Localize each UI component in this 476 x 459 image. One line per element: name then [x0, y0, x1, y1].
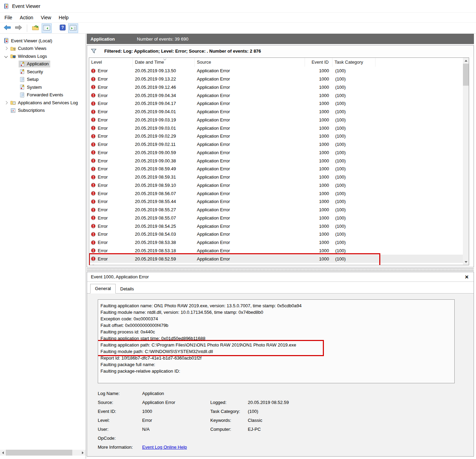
error-level-icon	[91, 68, 96, 73]
event-source: Application Error	[195, 140, 305, 149]
log-plain-icon	[19, 92, 25, 98]
field-label: Event ID:	[98, 409, 142, 414]
title-bar: Event Viewer	[0, 0, 476, 12]
close-icon[interactable]: ✕	[465, 274, 469, 280]
event-id: 1000	[305, 157, 332, 165]
tree-item-windows-logs[interactable]: Windows Logs	[0, 52, 86, 60]
up-one-level-button[interactable]	[30, 23, 41, 33]
event-text-line: Faulting application path: C:\Program Fi…	[101, 342, 452, 348]
events-count: Number of events: 39 690	[137, 36, 189, 42]
event-description-box[interactable]: Faulting application name: ON1 Photo RAW…	[98, 299, 455, 383]
scroll-down-button[interactable]	[463, 259, 469, 265]
event-datetime: 20.05.2019 08.53.18	[133, 247, 195, 255]
event-source: Application Error	[195, 189, 305, 198]
level-text: Error	[98, 199, 108, 204]
error-level-icon	[91, 183, 96, 188]
tab-general[interactable]: General	[90, 284, 116, 293]
show-hide-action-pane-button[interactable]	[68, 23, 78, 33]
event-row[interactable]: Error20.05.2019 08.56.07Application Erro…	[89, 189, 469, 198]
event-row[interactable]: Error20.05.2019 09.02.11Application Erro…	[89, 140, 469, 149]
chevron-right-icon[interactable]	[2, 102, 10, 104]
event-task-category: (100)	[332, 173, 375, 181]
event-text-line: Faulting package-relative application ID…	[101, 368, 452, 374]
tree-item-label: Subscriptions	[18, 108, 45, 113]
event-row[interactable]: Error20.05.2019 08.53.18Application Erro…	[89, 247, 469, 255]
event-row[interactable]: Error20.05.2019 09.03.01Application Erro…	[89, 124, 469, 132]
back-button[interactable]	[2, 23, 12, 33]
error-level-icon	[91, 101, 96, 106]
event-log-online-help-link[interactable]: Event Log Online Help	[142, 445, 187, 450]
tree-item-custom-views[interactable]: Custom Views	[0, 45, 86, 53]
tree-item-setup[interactable]: Setup	[0, 76, 86, 84]
event-row[interactable]: Error20.05.2019 08.54.25Application Erro…	[89, 222, 469, 230]
column-header-level[interactable]: Level	[89, 58, 133, 67]
menu-action[interactable]: Action	[16, 13, 37, 22]
event-row[interactable]: Error20.05.2019 09.04.01Application Erro…	[89, 108, 469, 116]
chevron-down-icon[interactable]	[2, 55, 10, 57]
event-row[interactable]: Error20.05.2019 09.13.50Application Erro…	[89, 67, 469, 75]
event-row[interactable]	[89, 263, 469, 265]
menu-help[interactable]: Help	[55, 13, 73, 22]
tree-item-security[interactable]: Security	[0, 68, 86, 76]
scroll-left-button[interactable]	[0, 450, 6, 456]
filter-bar: Filtered: Log: Application; Level: Error…	[87, 45, 474, 57]
event-task-category: (100)	[332, 255, 375, 263]
menu-file[interactable]: File	[1, 13, 16, 22]
event-row[interactable]: Error20.05.2019 09.00.38Application Erro…	[89, 157, 469, 165]
event-row[interactable]: Error20.05.2019 09.00.59Application Erro…	[89, 149, 469, 157]
event-row[interactable]: Error20.05.2019 09.04.34Application Erro…	[89, 91, 469, 99]
event-row[interactable]: Error20.05.2019 08.54.03Application Erro…	[89, 230, 469, 238]
filter-funnel-icon	[91, 49, 97, 54]
scrollbar-thumb[interactable]	[6, 450, 72, 456]
column-header-event-id[interactable]: Event ID	[305, 58, 332, 67]
event-row[interactable]: Error20.05.2019 08.52.59Application Erro…	[89, 255, 469, 263]
chevron-right-icon[interactable]	[2, 47, 10, 50]
scrollbar-thumb[interactable]	[463, 64, 469, 86]
event-row[interactable]: Error20.05.2019 09.13.22Application Erro…	[89, 75, 469, 83]
error-level-icon	[91, 117, 96, 122]
event-row[interactable]: Error20.05.2019 08.55.07Application Erro…	[89, 214, 469, 222]
column-header-task-category[interactable]: Task Category	[332, 58, 375, 67]
event-row[interactable]: Error20.05.2019 09.04.17Application Erro…	[89, 99, 469, 108]
error-level-icon	[91, 240, 96, 245]
tree-item-subscriptions[interactable]: Subscriptions	[0, 107, 86, 115]
column-header-date-and-time[interactable]: Date and Time	[133, 58, 195, 67]
event-row[interactable]: Error20.05.2019 08.53.38Application Erro…	[89, 238, 469, 247]
tree-item-system[interactable]: System	[0, 83, 86, 91]
event-row[interactable]: Error20.05.2019 09.02.29Application Erro…	[89, 132, 469, 140]
event-datetime: 20.05.2019 08.59.10	[133, 181, 195, 190]
show-hide-console-tree-button[interactable]	[42, 23, 52, 33]
preview-pane-splitter[interactable]	[87, 268, 474, 271]
event-row[interactable]: Error20.05.2019 08.59.31Application Erro…	[89, 173, 469, 181]
details-header: Event 1000, Application Error ✕	[87, 272, 474, 282]
event-task-category: (100)	[332, 67, 375, 75]
sidebar-horizontal-scrollbar[interactable]	[0, 450, 86, 456]
scroll-up-button[interactable]	[463, 58, 469, 64]
event-row[interactable]: Error20.05.2019 08.59.49Application Erro…	[89, 165, 469, 173]
event-row[interactable]: Error20.05.2019 08.55.44Application Erro…	[89, 198, 469, 206]
scroll-right-button[interactable]	[80, 450, 86, 456]
event-id: 1000	[305, 83, 332, 92]
event-datetime: 20.05.2019 08.59.49	[133, 165, 195, 173]
tab-details[interactable]: Details	[116, 285, 138, 293]
show-hide-action-pane-icon	[70, 25, 77, 32]
tree-item-event-viewer-local[interactable]: Event Viewer (Local)	[0, 37, 86, 45]
scrollbar-track[interactable]	[6, 450, 80, 456]
event-task-category: (100)	[332, 189, 375, 198]
menu-view[interactable]: View	[37, 13, 55, 22]
event-row[interactable]: Error20.05.2019 09.12.46Application Erro…	[89, 83, 469, 92]
event-source: Application Error	[195, 149, 305, 157]
event-source: Application Error	[195, 132, 305, 140]
level-text: Error	[98, 183, 108, 188]
tree-item-forwarded-events[interactable]: Forwarded Events	[0, 91, 86, 99]
column-header-source[interactable]: Source	[195, 58, 305, 67]
level-text: Error	[98, 101, 108, 106]
tree-item-applications-and-services-log[interactable]: Applications and Services Log	[0, 99, 86, 107]
event-list-vertical-scrollbar[interactable]	[463, 58, 469, 265]
event-row[interactable]: Error20.05.2019 08.55.27Application Erro…	[89, 206, 469, 214]
help-button[interactable]: ?	[58, 23, 67, 33]
forward-button[interactable]	[13, 23, 24, 33]
event-row[interactable]: Error20.05.2019 09.03.19Application Erro…	[89, 116, 469, 124]
tree-item-application[interactable]: Application	[0, 60, 86, 68]
event-row[interactable]: Error20.05.2019 08.59.10Application Erro…	[89, 181, 469, 190]
